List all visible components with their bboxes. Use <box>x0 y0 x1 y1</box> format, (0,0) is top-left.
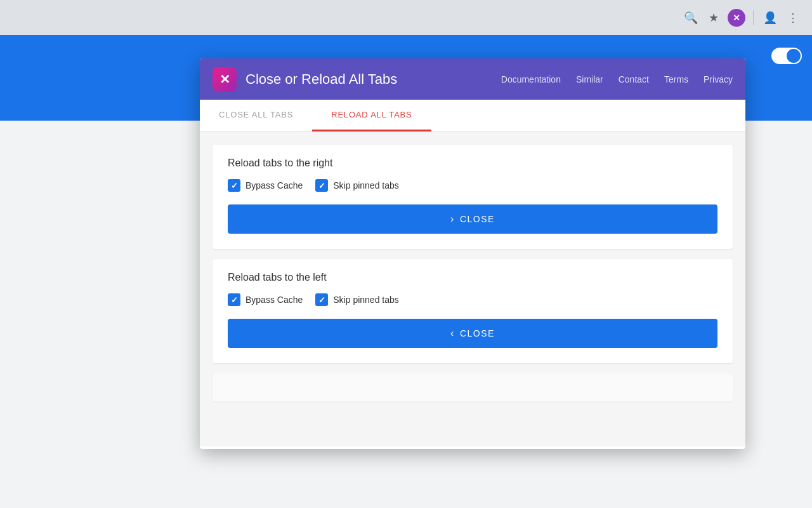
tab-bar: CLOSE ALL TABS RELOAD ALL TABS <box>200 100 745 132</box>
toggle-knob <box>787 49 801 63</box>
reload-right-button[interactable]: › CLOSE <box>228 204 717 234</box>
bypass-cache-right-item[interactable]: ✓ Bypass Cache <box>228 179 303 192</box>
skip-pinned-right-item[interactable]: ✓ Skip pinned tabs <box>315 179 399 192</box>
bypass-cache-right-checkbox[interactable]: ✓ <box>228 179 240 192</box>
reload-left-button-label: CLOSE <box>460 328 495 338</box>
mode-toggle[interactable] <box>771 48 802 64</box>
toolbar-divider <box>753 10 754 25</box>
bypass-cache-left-label: Bypass Cache <box>246 295 303 305</box>
skip-pinned-right-checkbox[interactable]: ✓ <box>315 179 328 192</box>
chrome-toolbar: 🔍 ★ ✕ 👤 ⋮ <box>0 0 812 35</box>
reload-right-button-label: CLOSE <box>460 214 495 224</box>
popup-content-area: Reload tabs to the right ✓ Bypass Cache … <box>200 132 745 446</box>
skip-pinned-right-label: Skip pinned tabs <box>333 180 399 190</box>
bypass-cache-left-checkbox[interactable]: ✓ <box>228 293 240 306</box>
bypass-cache-right-label: Bypass Cache <box>246 180 303 190</box>
logo-icon: ✕ <box>219 72 230 87</box>
check-icon-4: ✓ <box>318 295 325 305</box>
menu-icon[interactable]: ⋮ <box>784 9 802 27</box>
nav-privacy[interactable]: Privacy <box>704 74 733 84</box>
reload-left-button[interactable]: ‹ CLOSE <box>228 319 717 348</box>
check-icon-2: ✓ <box>318 181 325 190</box>
check-icon-3: ✓ <box>231 295 238 305</box>
checkbox-row-left: ✓ Bypass Cache ✓ Skip pinned tabs <box>228 293 717 306</box>
nav-documentation[interactable]: Documentation <box>501 74 561 84</box>
chevron-right-icon: › <box>450 213 455 225</box>
extension-logo: ✕ <box>213 67 237 91</box>
bypass-cache-left-item[interactable]: ✓ Bypass Cache <box>228 293 303 306</box>
card-partial <box>213 373 733 401</box>
popup-navigation: Documentation Similar Contact Terms Priv… <box>501 74 733 84</box>
card-left-title: Reload tabs to the left <box>228 272 717 283</box>
popup-header: ✕ Close or Reload All Tabs Documentation… <box>200 58 745 100</box>
extension-icon[interactable]: ✕ <box>728 9 745 27</box>
skip-pinned-left-checkbox[interactable]: ✓ <box>315 293 328 306</box>
nav-similar[interactable]: Similar <box>576 74 603 84</box>
nav-contact[interactable]: Contact <box>619 74 649 84</box>
skip-pinned-left-label: Skip pinned tabs <box>333 295 399 305</box>
card-reload-left: Reload tabs to the left ✓ Bypass Cache ✓… <box>213 259 733 363</box>
skip-pinned-left-item[interactable]: ✓ Skip pinned tabs <box>315 293 399 306</box>
checkbox-row-right: ✓ Bypass Cache ✓ Skip pinned tabs <box>228 179 717 192</box>
extension-popup: ✕ Close or Reload All Tabs Documentation… <box>200 58 745 449</box>
nav-terms[interactable]: Terms <box>664 74 688 84</box>
tab-close-all[interactable]: CLOSE ALL TABS <box>200 100 312 131</box>
toggle-container <box>771 48 802 64</box>
tab-reload-all[interactable]: RELOAD ALL TABS <box>312 100 431 131</box>
popup-title: Close or Reload All Tabs <box>246 71 501 88</box>
account-icon[interactable]: 👤 <box>761 9 779 27</box>
card-right-title: Reload tabs to the right <box>228 157 717 169</box>
card-reload-right: Reload tabs to the right ✓ Bypass Cache … <box>213 145 733 249</box>
search-icon[interactable]: 🔍 <box>682 9 700 27</box>
bookmark-icon[interactable]: ★ <box>705 9 723 27</box>
check-icon: ✓ <box>231 181 238 190</box>
chevron-left-icon: ‹ <box>450 328 455 339</box>
